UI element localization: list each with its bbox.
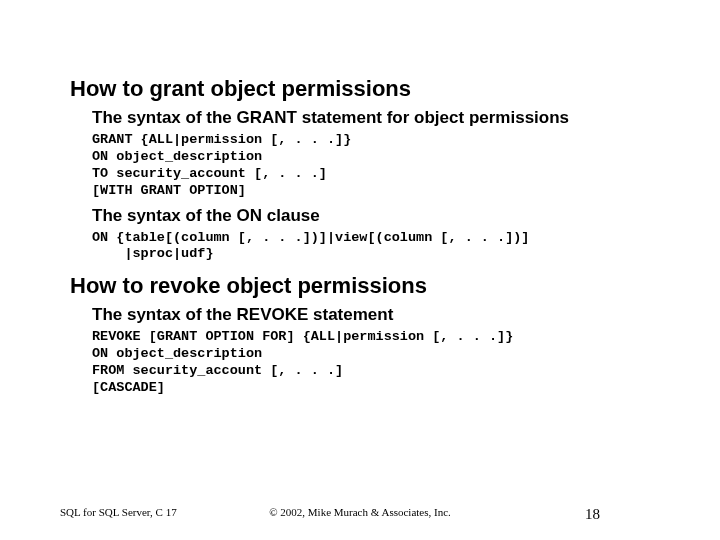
heading-grant: How to grant object permissions xyxy=(70,76,650,102)
code-grant: GRANT {ALL|permission [, . . .]} ON obje… xyxy=(70,132,650,200)
section-revoke: How to revoke object permissions The syn… xyxy=(70,273,650,397)
subheading-grant-syntax: The syntax of the GRANT statement for ob… xyxy=(70,108,650,128)
slide-content: How to grant object permissions The synt… xyxy=(0,0,720,397)
code-revoke: REVOKE [GRANT OPTION FOR] {ALL|permissio… xyxy=(70,329,650,397)
heading-revoke: How to revoke object permissions xyxy=(70,273,650,299)
code-on-clause: ON {table[(column [, . . .])]|view[(colu… xyxy=(70,230,650,264)
footer-center: © 2002, Mike Murach & Associates, Inc. xyxy=(0,506,720,518)
subheading-on-clause: The syntax of the ON clause xyxy=(70,206,650,226)
footer-page-number: 18 xyxy=(585,506,600,523)
subheading-revoke-syntax: The syntax of the REVOKE statement xyxy=(70,305,650,325)
